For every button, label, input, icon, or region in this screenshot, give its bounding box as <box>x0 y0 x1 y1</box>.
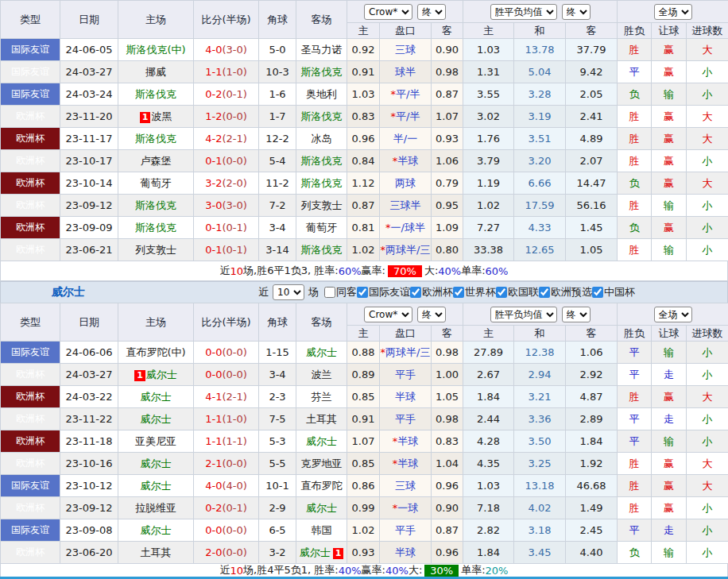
fulltime-score: 0-2 <box>205 88 222 100</box>
home-team-cell: 挪威 <box>118 61 194 83</box>
avg-select[interactable]: 胜平负均值 <box>490 4 557 20</box>
league-checkbox[interactable] <box>539 287 550 298</box>
home-team-name: 波黑 <box>151 110 172 122</box>
date-cell: 24-03-22 <box>60 386 118 408</box>
date-cell: 23-10-12 <box>60 475 118 497</box>
league-checkbox[interactable] <box>410 287 421 298</box>
fulltime-score: 4-1 <box>205 391 222 403</box>
score-cell: 0-2(0-1) <box>194 83 259 106</box>
date-cell: 24-06-05 <box>60 39 118 61</box>
scope-select-2[interactable]: 全场 <box>654 307 692 322</box>
scope-select[interactable]: 全场 <box>654 4 692 20</box>
wdl-result-cell: 胜 <box>618 150 652 172</box>
league-filter[interactable]: 国际友谊 <box>357 285 410 299</box>
bookmaker-select-2[interactable]: Crow* <box>364 307 412 322</box>
home-team-name: 挪威 <box>145 66 166 78</box>
fulltime-score: 0-2 <box>205 502 222 514</box>
handicap-result-cell: 赢 <box>652 150 687 172</box>
final-avg-select-2[interactable]: 终 <box>562 307 591 322</box>
handicap-cell: 三球 <box>380 39 432 61</box>
league-filter[interactable]: 欧洲预选 <box>539 285 592 299</box>
summary-segment: 场,胜4平5负1, 胜率: <box>243 563 339 577</box>
same-opponent-filter[interactable]: 同客 <box>321 285 357 299</box>
handicap-cell: *两球半/三 <box>380 239 432 261</box>
bookmaker-select[interactable]: Crow* <box>364 4 412 20</box>
score-cell: 2-1(0-0) <box>194 453 259 475</box>
near-count-select[interactable]: 10 <box>273 284 304 300</box>
home-team-cell: 威尔士 <box>118 386 194 408</box>
handicap-result-cell: 赢 <box>652 172 687 195</box>
avg-home-cell: 33.38 <box>463 239 514 261</box>
final-avg-select[interactable]: 终 <box>562 4 591 20</box>
league-checkbox[interactable] <box>453 287 464 298</box>
handicap-line: 平手 <box>395 369 416 380</box>
league-cell: 欧洲杯 <box>1 497 60 519</box>
league-filter[interactable]: 欧洲杯 <box>410 285 453 299</box>
wdl-result-cell: 平 <box>618 364 652 386</box>
avg-draw-cell: 2.94 <box>514 364 566 386</box>
league-filter[interactable]: 欧国联 <box>496 285 539 299</box>
home-team-name: 威尔士 <box>146 369 177 380</box>
league-cell: 欧洲杯 <box>1 128 60 150</box>
match-row: 欧洲杯23-10-14葡萄牙3-2(2-0)11-2斯洛伐克1.12两球0.79… <box>1 172 728 195</box>
handicap-cell: 平手 <box>380 408 432 430</box>
corner-cell: 3-4 <box>259 217 296 239</box>
handicap-result-cell: 输 <box>652 83 687 106</box>
final-odds-select-2[interactable]: 终 <box>417 307 446 322</box>
handicap-line: 半球 <box>397 435 418 447</box>
away-team-name: 斯洛伐克 <box>301 155 343 167</box>
summary-segment: 70% <box>388 265 422 277</box>
league-filter-label: 欧国联 <box>508 285 539 299</box>
away-team-name: 圣马力诺 <box>301 44 343 56</box>
score-cell: 4-0(4-0) <box>194 475 259 497</box>
score-cell: 1-1(1-0) <box>194 61 259 83</box>
handicap-result-cell: 输 <box>652 342 687 364</box>
away-team-cell: 芬兰 <box>296 386 347 408</box>
col-header-home: 主场 <box>118 303 194 342</box>
goals-result-cell: 小 <box>687 430 728 453</box>
avg-draw-cell: 3.51 <box>514 128 566 150</box>
league-checkbox[interactable] <box>592 287 603 298</box>
league-filter[interactable]: 世界杯 <box>453 285 496 299</box>
handicap-line: 半球 <box>397 155 418 167</box>
handicap-cell: 三球 <box>380 475 432 497</box>
avg-select-2[interactable]: 胜平负均值 <box>490 307 557 322</box>
same-opponent-checkbox[interactable] <box>324 287 335 298</box>
date-cell: 23-10-16 <box>60 453 118 475</box>
league-checkbox[interactable] <box>496 287 507 298</box>
away-team-name: 韩国 <box>312 524 332 536</box>
summary-segment: 场,胜6平1负3, 胜率: <box>243 264 339 278</box>
date-cell: 23-09-09 <box>60 217 118 239</box>
handicap-cell: *两球半/三 <box>380 342 432 364</box>
home-odds-cell: 1.12 <box>347 172 380 195</box>
halftime-score: (0-0) <box>222 457 246 469</box>
away-team-name: 克罗地亚 <box>301 457 343 469</box>
away-odds-cell: 1.05 <box>432 386 463 408</box>
match-row: 国际友谊24-06-05斯洛伐克(中)4-0(3-0)5-0圣马力诺0.92三球… <box>1 39 728 61</box>
col-header-handicap: 盘口 <box>380 23 432 39</box>
league-checkbox[interactable] <box>357 287 368 298</box>
handicap-result-cell: 赢 <box>652 61 687 83</box>
league-filter[interactable]: 中国杯 <box>592 285 635 299</box>
avg-home-cell: 1.03 <box>463 39 514 61</box>
league-cell: 欧洲杯 <box>1 364 60 386</box>
goals-result-cell: 小 <box>687 150 728 172</box>
date-cell: 23-06-21 <box>60 239 118 261</box>
home-team-cell: 土耳其 <box>118 542 194 564</box>
handicap-line: 球半 <box>395 66 416 78</box>
home-odds-cell: 1.07 <box>347 430 380 453</box>
halftime-score: (0-0) <box>222 524 246 536</box>
home-team-name: 拉脱维亚 <box>135 502 176 514</box>
final-odds-select[interactable]: 终 <box>417 4 446 20</box>
away-odds-cell: 0.98 <box>432 61 463 83</box>
goals-result-cell: 大 <box>687 39 728 61</box>
avg-draw-cell: 3.45 <box>514 542 566 564</box>
home-team-cell: 威尔士 <box>118 453 194 475</box>
home-team-cell: 亚美尼亚 <box>118 430 194 453</box>
avg-away-cell: 4.87 <box>566 386 618 408</box>
corner-cell: 1-15 <box>259 342 296 364</box>
halftime-score: (0-1) <box>222 502 246 514</box>
away-team-name: 土耳其 <box>306 413 337 425</box>
avg-away-cell: 4.89 <box>566 128 618 150</box>
away-team-name: 斯洛伐克 <box>301 244 343 256</box>
